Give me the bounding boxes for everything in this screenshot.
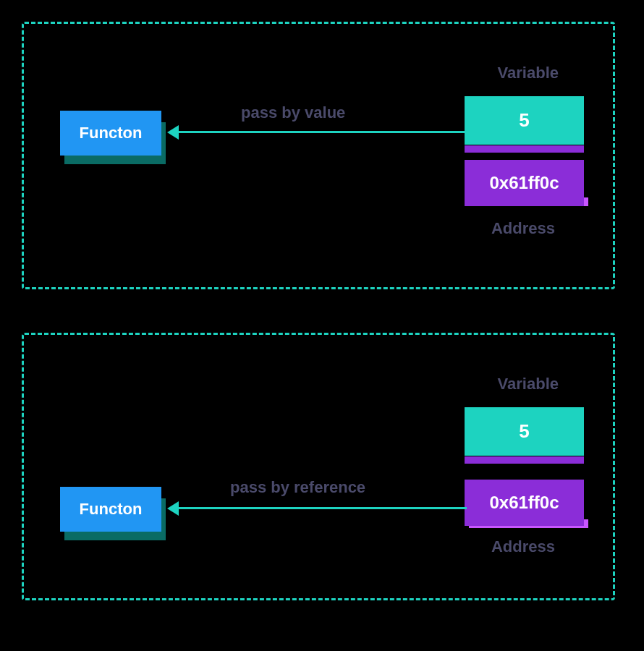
address-label: Address — [491, 219, 555, 238]
address-label: Address — [491, 537, 555, 556]
address-box: 0x61ff0c — [465, 160, 584, 206]
value-box: 5 — [465, 407, 584, 456]
function-box: Functon — [60, 111, 161, 156]
arrow-line — [177, 131, 467, 133]
arrow-label: pass by value — [241, 103, 345, 122]
value-box-shadow — [465, 456, 584, 464]
variable-label: Variable — [498, 64, 559, 82]
arrow-line — [177, 507, 467, 509]
variable-label: Variable — [498, 375, 559, 393]
pass-by-value-panel: Functon Variable 5 0x61ff0c Address pass… — [22, 22, 615, 289]
pass-by-reference-panel: Functon Variable 5 0x61ff0c Address pass… — [22, 333, 615, 600]
arrow-label: pass by reference — [230, 478, 365, 497]
value-box: 5 — [465, 96, 584, 145]
function-box: Functon — [60, 487, 161, 532]
value-box-shadow — [465, 145, 584, 153]
address-box: 0x61ff0c — [465, 480, 584, 526]
